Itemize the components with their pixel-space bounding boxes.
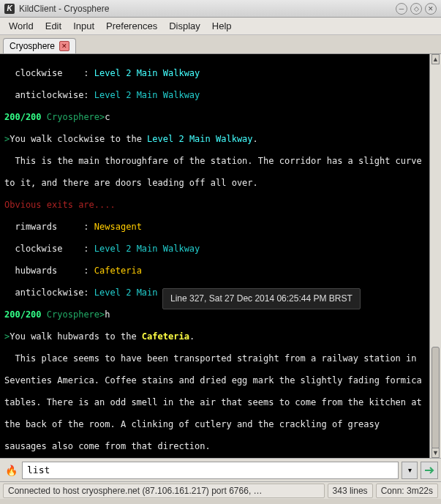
exit-dest: Newsagent xyxy=(94,222,142,232)
exit-line: clockwise : xyxy=(4,68,94,78)
exit-line: anticlockwise: xyxy=(4,90,94,100)
menu-preferences[interactable]: Preferences xyxy=(100,18,163,34)
room-desc: the back of the room. A clinking of cutl… xyxy=(4,419,425,430)
menu-display[interactable]: Display xyxy=(163,18,206,34)
exit-dest: Level 2 Main Walkway xyxy=(94,244,200,254)
room-name: Cafeteria xyxy=(142,331,189,342)
tab-cryosphere[interactable]: Cryosphere ✕ xyxy=(3,38,76,53)
status-lines: 343 lines xyxy=(328,484,373,498)
input-bar: 🔥 ▾ xyxy=(0,458,441,481)
exit-dest: Cafeteria xyxy=(94,266,142,276)
menubar: World Edit Input Preferences Display Hel… xyxy=(0,18,441,35)
world-name: Cryosphere xyxy=(47,112,99,122)
command-input[interactable] xyxy=(22,462,399,479)
tab-label: Cryosphere xyxy=(10,41,55,51)
tab-close-icon[interactable]: ✕ xyxy=(59,41,69,51)
exit-dest: Level 2 Main Walkway xyxy=(94,90,200,100)
trigger-icon[interactable]: 🔥 xyxy=(3,462,19,478)
close-button[interactable]: ✕ xyxy=(425,3,437,15)
menu-input[interactable]: Input xyxy=(67,18,100,34)
room-desc: tables. There is an odd smell in the air… xyxy=(4,397,425,408)
line-tooltip: Line 327, Sat 27 Dec 2014 06:25:44 PM BR… xyxy=(162,288,361,309)
hp-value: 200/200 xyxy=(4,112,42,122)
exit-line: rimwards : xyxy=(4,222,94,232)
titlebar: K KildClient - Cryosphere ─ ◇ ✕ xyxy=(0,0,441,18)
maximize-button[interactable]: ◇ xyxy=(410,3,422,15)
exit-line: anticlockwise: xyxy=(4,287,94,298)
tabbar: Cryosphere ✕ xyxy=(0,35,441,54)
status-connection: Connected to host cryosphere.net (87.106… xyxy=(3,484,325,498)
menu-world[interactable]: World xyxy=(3,18,39,34)
hp-value: 200/200 xyxy=(4,309,42,320)
exit-line: clockwise : xyxy=(4,244,94,254)
exits-header: Obvious exits are.... xyxy=(4,200,425,211)
room-desc: to it, and there are doors leading off a… xyxy=(4,178,425,189)
scroll-thumb[interactable] xyxy=(431,347,440,449)
room-desc: This place seems to have been transporte… xyxy=(4,353,425,364)
room-name: Level 2 Main Walkway xyxy=(147,134,253,144)
world-name: Cryosphere xyxy=(47,309,99,320)
exit-dest: Level 2 Main Walkway xyxy=(94,68,200,78)
app-icon: K xyxy=(4,4,15,14)
menu-edit[interactable]: Edit xyxy=(39,18,67,34)
room-desc: This is the main thoroughfare of the sta… xyxy=(4,156,425,167)
statusbar: Connected to host cryosphere.net (87.106… xyxy=(0,481,441,499)
room-desc: sausages also come from that direction. xyxy=(4,441,425,452)
send-button[interactable] xyxy=(421,462,438,479)
minimize-button[interactable]: ─ xyxy=(396,3,407,15)
command: c xyxy=(105,112,110,122)
terminal-output[interactable]: clockwise : Level 2 Main Walkway anticlo… xyxy=(0,54,429,458)
exit-line: hubwards : xyxy=(4,266,94,276)
window-title: KildClient - Cryosphere xyxy=(19,4,393,14)
room-desc: Seventies America. Coffee stains and dri… xyxy=(4,375,425,386)
walk-text: You walk hubwards to the xyxy=(10,331,142,342)
walk-text: You walk clockwise to the xyxy=(10,134,147,144)
menu-help[interactable]: Help xyxy=(206,18,238,34)
scroll-down-icon[interactable]: ▼ xyxy=(431,448,440,458)
terminal-area: clockwise : Level 2 Main Walkway anticlo… xyxy=(0,54,441,458)
history-dropdown-button[interactable]: ▾ xyxy=(402,462,418,479)
scroll-up-icon[interactable]: ▲ xyxy=(431,54,440,64)
status-time: Conn: 3m22s xyxy=(376,484,438,498)
command: h xyxy=(105,309,110,320)
scrollbar[interactable]: ▲ ▼ xyxy=(429,54,441,458)
